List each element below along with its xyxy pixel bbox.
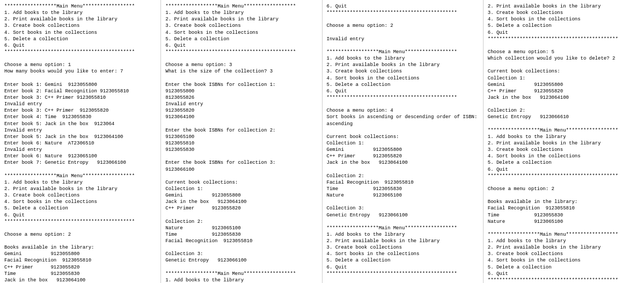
panel-3: 6. Quit ********************************… — [323, 0, 484, 283]
terminal-container: ******************Main Menu*************… — [0, 0, 644, 283]
panel-1: ******************Main Menu*************… — [0, 0, 161, 283]
panel-4: 2. Print available books in the library … — [484, 0, 644, 283]
panel-2: ******************Main Menu*************… — [161, 0, 322, 283]
